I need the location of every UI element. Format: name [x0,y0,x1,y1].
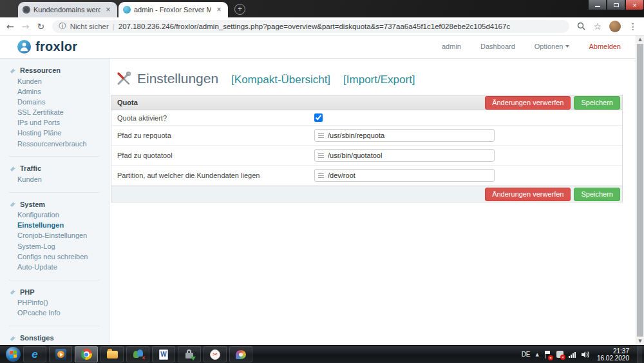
browser-tab-strip: Kundendomains werden nicht au × admin - … [0,0,644,17]
nav-admin[interactable]: admin [442,43,461,50]
browser-toolbar: ← → ↻ ⓘ Nicht sicher | 207.180.236.246/f… [0,17,644,35]
windows-logo-icon [10,350,17,358]
field-label: Pfad zu quotatool [117,152,314,159]
bookmark-star-icon[interactable]: ☆ [593,21,601,32]
browser-tab-inactive[interactable]: Kundendomains werden nicht au × [18,2,117,17]
list-lines-icon [318,173,324,174]
forward-icon: → [22,21,30,32]
sync-alert-icon[interactable]: × [556,351,564,358]
sidebar-item-configs-neu-schreiben[interactable]: Configs neu schreiben [0,251,109,262]
quotatool-path-input[interactable] [314,149,495,162]
sidebar-item-ressourcenverbrauch[interactable]: Ressourcenverbrauch [0,139,109,149]
kompakt-uebersicht-link[interactable]: [Kompakt-Übersicht] [231,74,330,86]
start-button[interactable] [6,347,21,362]
tab-close-icon[interactable]: × [214,5,223,14]
sidebar-item-traffic-kunden[interactable]: Kunden [0,174,109,184]
page-heading: Einstellungen [Kompakt-Übersicht] [Impor… [116,71,636,86]
form-row-quotatool-path: Pfad zu quotatool [111,146,622,166]
save-button-bottom[interactable]: Speichern [574,188,620,201]
partition-input[interactable] [314,169,495,182]
sidebar-section-traffic: Traffic Kunden [0,157,109,184]
speaker-icon[interactable] [581,351,589,358]
file-explorer-icon[interactable] [100,346,124,362]
tab-title: Kundendomains werden nicht au [33,6,100,14]
back-icon[interactable]: ← [6,21,14,32]
snipping-tool-icon[interactable]: ✂ [204,346,227,362]
windows-taskbar: e × W ✂ DE ▲ × × 21:37 16.02.2020 [0,345,644,363]
window-controls: × [588,0,644,10]
reload-icon[interactable]: ↻ [37,21,44,32]
network-signal-icon[interactable] [569,351,576,358]
section-title: Sonstiges [20,334,54,342]
address-bar[interactable]: ⓘ Nicht sicher | 207.180.236.246/froxlor… [52,20,569,33]
close-button[interactable]: × [625,0,644,10]
quota-panel: Quota Änderungen verwerfen Speichern Quo… [111,95,623,202]
brand-name: froxlor [35,39,77,54]
section-icon [9,67,16,74]
word-icon[interactable]: W [152,346,175,362]
froxlor-favicon-icon [123,6,131,14]
list-lines-icon [318,133,324,134]
sidebar-item-domains[interactable]: Domains [0,97,109,107]
sidebar-item-cronjob-einstellungen[interactable]: Cronjob-Einstellungen [0,231,109,241]
info-icon[interactable]: ⓘ [59,21,66,31]
profile-avatar[interactable] [609,21,621,32]
discard-changes-button[interactable]: Änderungen verwerfen [485,96,571,110]
repquota-path-input[interactable] [314,129,495,142]
page-scrollbar[interactable]: ▲ ▼ [636,35,644,345]
system-tray: DE ▲ × × 21:37 16.02.2020 [522,346,644,363]
nav-optionen[interactable]: Optionen [535,43,570,50]
nav-abmelden[interactable]: Abmelden [589,43,621,50]
browser-tab-active[interactable]: admin - Froxlor Server Managem × [118,2,228,17]
media-player-icon[interactable] [49,346,72,362]
scrollbar-thumb[interactable] [637,44,643,337]
nav-dashboard[interactable]: Dashboard [480,43,515,50]
minimize-button[interactable] [588,0,607,10]
security-label: Nicht sicher [70,23,109,30]
internet-explorer-icon[interactable]: e [23,346,46,362]
form-row-partition: Partition, auf welcher die Kundendaten l… [111,166,622,186]
taskbar-clock[interactable]: 21:37 16.02.2020 [594,348,629,362]
sidebar-item-opcache-info[interactable]: OPcache Info [0,308,109,319]
settings-tools-icon [116,71,131,86]
paint-icon[interactable] [229,346,252,362]
sidebar-item-ssl-zertifikate[interactable]: SSL Zertifikate [0,108,109,118]
language-indicator[interactable]: DE [522,351,531,358]
scroll-down-icon[interactable]: ▼ [636,338,644,344]
section-title: Traffic [20,164,41,172]
save-button[interactable]: Speichern [574,96,620,110]
sidebar-item-admins[interactable]: Admins [0,86,109,97]
sidebar-item-kunden[interactable]: Kunden [0,76,109,86]
new-tab-button[interactable]: + [234,4,245,15]
quota-enabled-checkbox[interactable] [314,113,323,122]
import-export-link[interactable]: [Import/Export] [343,74,415,86]
sidebar-item-auto-update[interactable]: Auto-Update [0,262,109,272]
sidebar-item-system-log[interactable]: System-Log [0,241,109,251]
section-icon [9,201,16,208]
globe-favicon-icon [23,6,30,14]
discard-changes-button-bottom[interactable]: Änderungen verwerfen [485,188,571,201]
sidebar: Ressourcen Kunden Admins Domains SSL Zer… [0,59,109,345]
sidebar-item-konfiguration[interactable]: Konfiguration [0,210,109,221]
clock-time: 21:37 [613,348,629,355]
chrome-icon[interactable] [75,346,98,362]
sidebar-item-ips-und-ports[interactable]: IPs und Ports [0,118,109,128]
froxlor-header: froxlor admin Dashboard Optionen Abmelde… [0,35,644,59]
action-center-flag-icon[interactable]: × [544,351,551,358]
froxlor-logo[interactable]: froxlor [17,39,77,54]
sidebar-item-phpinfo[interactable]: PHPinfo() [0,298,109,308]
section-title: PHP [20,288,35,296]
messenger-icon[interactable]: × [126,346,149,362]
tab-close-icon[interactable]: × [104,5,113,14]
search-zoom-icon[interactable] [577,22,585,30]
show-hidden-icons-icon[interactable]: ▲ [536,352,539,357]
show-desktop-button[interactable] [638,346,642,363]
sidebar-item-einstellungen[interactable]: Einstellungen [0,221,109,231]
sidebar-section-system: System Konfiguration Einstellungen Cronj… [0,193,109,273]
maximize-button[interactable] [607,0,625,10]
sidebar-item-hosting-plaene[interactable]: Hosting Pläne [0,128,109,139]
page-title: Einstellungen [137,71,218,86]
browser-menu-icon[interactable]: ⋮ [629,21,638,32]
lock-transfer-icon[interactable] [178,346,201,362]
scroll-up-icon[interactable]: ▲ [636,37,644,42]
